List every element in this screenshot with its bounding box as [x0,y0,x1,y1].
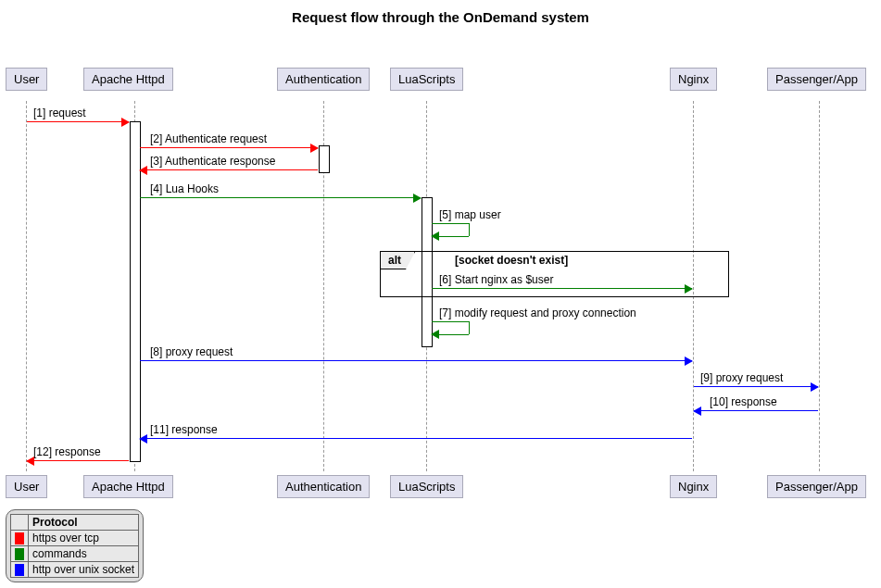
participant-auth-bottom: Authentication [277,475,370,498]
participant-apache-bottom: Apache Httpd [83,475,173,498]
participant-auth-top: Authentication [277,68,370,91]
msg-2-label: [2] Authenticate request [150,132,267,145]
diagram-title: Request flow through the OnDemand system [0,0,881,31]
participant-user-bottom: User [6,475,47,498]
msg-7-arrow [432,321,469,334]
alt-condition: [socket doesn't exist] [455,254,568,267]
participant-nginx-top: Nginx [670,68,717,91]
msg-7-label: [7] modify request and proxy connection [439,307,636,319]
msg-11-arrow [140,438,692,439]
msg-4-label: [4] Lua Hooks [150,182,219,195]
lifeline-passenger [819,101,820,471]
msg-3-label: [3] Authenticate response [150,155,275,168]
msg-8-arrow [140,360,692,361]
participant-passenger-bottom: Passenger/App [767,475,866,498]
participant-lua-bottom: LuaScripts [390,475,463,498]
msg-11-label: [11] response [150,423,218,436]
msg-9-label: [9] proxy request [700,371,783,384]
msg-6-label: [6] Start nginx as $user [439,273,553,286]
msg-5-label: [5] map user [439,208,501,221]
participant-passenger-top: Passenger/App [767,68,866,91]
msg-6-arrow [432,288,692,289]
msg-10-arrow [694,410,818,411]
msg-3-arrow [140,169,318,170]
activation-auth [319,145,330,173]
legend: Protocol https over tcp commands http ov… [6,509,144,512]
msg-8-label: [8] proxy request [150,345,233,358]
msg-1-arrow [27,121,129,122]
participant-user-top: User [6,68,47,91]
participant-apache-top: Apache Httpd [83,68,173,91]
msg-12-arrow [27,460,129,461]
msg-10-label: [10] response [710,395,777,408]
participant-nginx-bottom: Nginx [670,475,717,498]
msg-9-arrow [694,386,818,387]
participant-lua-top: LuaScripts [390,68,463,91]
alt-frame: alt [socket doesn't exist] [380,251,729,297]
msg-4-arrow [140,197,421,198]
alt-label: alt [381,252,415,269]
sequence-diagram: User Apache Httpd Authentication LuaScri… [0,31,881,512]
msg-1-label: [1] request [33,106,86,119]
msg-12-label: [12] response [33,445,101,458]
msg-5-arrow [432,223,469,236]
lifeline-user [26,101,27,471]
msg-2-arrow [140,147,318,148]
